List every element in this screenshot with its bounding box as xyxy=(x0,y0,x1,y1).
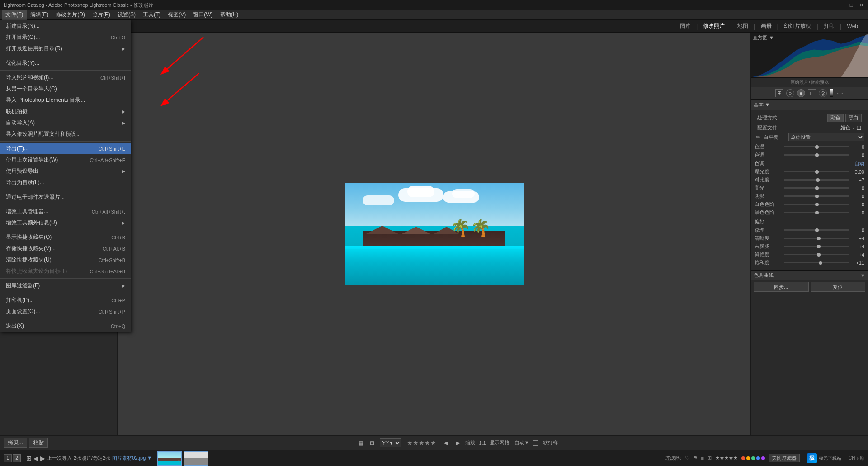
menu-import-photoshop[interactable]: 导入 Photoshop Elements 目录... xyxy=(0,95,131,106)
vibrance-track[interactable] xyxy=(784,246,849,247)
menu-edit[interactable]: 编辑(E) xyxy=(27,10,52,20)
menu-save-quick[interactable]: 存储快捷收藏夹(V)... Ctrl+Alt+B xyxy=(0,243,131,254)
view-compare-icon[interactable]: ⊟ xyxy=(368,439,376,447)
tool-redeye[interactable]: ● xyxy=(797,89,805,97)
color-temp-track[interactable] xyxy=(784,146,849,147)
reset-button[interactable]: 复位 xyxy=(811,282,866,292)
menu-develop[interactable]: 修改照片(D) xyxy=(52,10,89,20)
menu-export-catalog[interactable]: 导出为目录(L)... xyxy=(0,177,131,188)
menu-exit[interactable]: 退出(X) Ctrl+Q xyxy=(0,320,131,332)
tool-more[interactable]: ⋯ xyxy=(836,89,844,97)
menu-page-setup[interactable]: 页面设置(G)... Ctrl+Shift+P xyxy=(0,306,131,317)
film-thumb-2[interactable]: 2 xyxy=(184,451,208,466)
menu-open-recent[interactable]: 打开最近使用的目录(R) ▶ xyxy=(0,43,131,54)
menu-show-quick[interactable]: 显示快捷收藏夹(Q) Ctrl+B xyxy=(0,232,131,243)
menu-import[interactable]: 导入照片和视频(I)... Ctrl+Shift+I xyxy=(0,72,131,83)
nav-develop[interactable]: 修改照片 xyxy=(698,21,729,31)
vibrance-thumb[interactable] xyxy=(817,245,821,248)
clarity-track[interactable] xyxy=(784,229,849,231)
color-tone-thumb[interactable] xyxy=(819,261,822,265)
menu-view[interactable]: 视图(V) xyxy=(164,10,189,20)
close-filter-button[interactable]: 关闭过滤器 xyxy=(769,454,800,462)
auto-label[interactable]: 自动▼ xyxy=(514,439,529,446)
view-grid-icon[interactable]: ▦ xyxy=(356,439,364,447)
paste-button[interactable]: 粘贴 xyxy=(29,438,48,448)
nav-web[interactable]: Web xyxy=(843,22,863,30)
tool-radial[interactable]: ◎ xyxy=(819,89,827,97)
treat-color[interactable]: 彩色 xyxy=(827,114,844,122)
filter-green-dot[interactable] xyxy=(751,456,755,460)
nav-slideshow[interactable]: 幻灯片放映 xyxy=(779,21,816,31)
blacks-track[interactable] xyxy=(784,212,849,213)
filter-flag-icon[interactable]: ⚑ xyxy=(693,455,698,461)
filter-purple-dot[interactable] xyxy=(761,456,765,460)
tool-spot[interactable]: ○ xyxy=(786,89,794,97)
filmstrip-filename[interactable]: 图片素材02.jpg ▼ xyxy=(112,455,152,461)
copy-button[interactable]: 拷贝... xyxy=(4,438,27,448)
tone-auto-btn[interactable]: 自动 xyxy=(854,160,864,167)
menu-email[interactable]: 通过电子邮件发送照片... xyxy=(0,191,131,203)
filmstrip-prev-icon[interactable]: ◀ xyxy=(33,455,38,462)
sort-select[interactable]: YY▼ xyxy=(380,438,401,447)
filter-grid-icon2[interactable]: ⊞ xyxy=(708,455,712,461)
menu-tether[interactable]: 联机拍摄 ▶ xyxy=(0,106,131,117)
menu-auto-import[interactable]: 自动导入(A) ▶ xyxy=(0,117,131,128)
highlights-thumb[interactable] xyxy=(815,186,819,190)
menu-export[interactable]: 导出(E)... Ctrl+Shift+E xyxy=(0,143,131,154)
color-temp-thumb[interactable] xyxy=(815,145,819,149)
menu-import-develop[interactable]: 导入修改照片配置文件和预设... xyxy=(0,128,131,140)
color-tone-track[interactable] xyxy=(784,262,849,263)
menu-clear-quick[interactable]: 清除快捷收藏夹(U) Ctrl+Shift+B xyxy=(0,254,131,266)
menu-export-last[interactable]: 使用上次设置导出(W) Ctrl+Alt+Shift+E xyxy=(0,154,131,166)
saturation-thumb[interactable] xyxy=(817,253,821,257)
soft-proof-checkbox[interactable] xyxy=(533,440,538,446)
wb-select[interactable]: 原始设置 自动 日光 阴天 xyxy=(788,133,864,141)
shadows-thumb[interactable] xyxy=(815,195,819,198)
menu-import-another[interactable]: 从另一个目录导入(C)... xyxy=(0,83,131,95)
close-button[interactable]: ✕ xyxy=(858,2,864,8)
sync-button[interactable]: 同步... xyxy=(754,282,809,292)
filter-blue-dot[interactable] xyxy=(756,456,760,460)
menu-optimize[interactable]: 优化目录(Y)... xyxy=(0,57,131,69)
tool-crop[interactable]: ⊞ xyxy=(775,89,783,97)
highlights-track[interactable] xyxy=(784,187,849,189)
filter-yellow-dot[interactable] xyxy=(746,456,750,460)
whites-track[interactable] xyxy=(784,204,849,205)
menu-settings[interactable]: 设置(S) xyxy=(114,10,139,20)
dehaze-thumb[interactable] xyxy=(817,237,821,240)
whites-thumb[interactable] xyxy=(815,203,819,206)
tint-thumb[interactable] xyxy=(815,153,819,157)
blacks-thumb[interactable] xyxy=(815,211,819,214)
nav-print[interactable]: 打印 xyxy=(819,21,839,31)
exposure-track[interactable] xyxy=(784,171,849,172)
exposure-thumb[interactable] xyxy=(815,170,819,174)
filmstrip-grid-icon[interactable]: ⊞ xyxy=(26,455,32,462)
contrast-thumb[interactable] xyxy=(816,178,820,182)
minimize-button[interactable]: ─ xyxy=(838,2,844,8)
menu-new-catalog[interactable]: 新建目录(N)... xyxy=(0,20,131,32)
menu-photo[interactable]: 照片(P) xyxy=(89,10,114,20)
filter-list-icon[interactable]: ≡ xyxy=(701,456,704,461)
nav-book[interactable]: 画册 xyxy=(756,21,776,31)
basic-section-header[interactable]: 基本 ▼ xyxy=(751,100,868,110)
filmstrip-page-2[interactable]: 2 xyxy=(13,454,21,462)
menu-file[interactable]: 文件(F) xyxy=(2,10,27,20)
treat-bw[interactable]: 黑白 xyxy=(845,114,862,122)
tint-track[interactable] xyxy=(784,154,849,156)
menu-tools[interactable]: 工具(T) xyxy=(139,10,164,20)
menu-open-catalog[interactable]: 打开目录(O)... Ctrl+O xyxy=(0,32,131,43)
menu-help[interactable]: 帮助(H) xyxy=(217,10,242,20)
filter-heart-icon[interactable]: ♡ xyxy=(685,455,689,461)
menu-plugin-manager[interactable]: 增效工具管理器... Ctrl+Alt+Shift+, xyxy=(0,206,131,217)
filmstrip-page-1[interactable]: 1 xyxy=(4,454,12,462)
menu-print[interactable]: 打印机(P)... Ctrl+P xyxy=(0,295,131,306)
saturation-track[interactable] xyxy=(784,254,849,255)
next-photo-button[interactable]: ▶ xyxy=(453,439,462,447)
nav-library[interactable]: 图库 xyxy=(675,21,695,31)
tone-curve-header[interactable]: 色调曲线 ▼ xyxy=(751,270,868,280)
wb-eyedropper[interactable]: ✏ xyxy=(755,133,762,141)
nav-map[interactable]: 地图 xyxy=(733,21,753,31)
filmstrip-next-icon[interactable]: ▶ xyxy=(40,455,45,462)
menu-window[interactable]: 窗口(W) xyxy=(189,10,216,20)
menu-export-preset[interactable]: 使用预设导出 ▶ xyxy=(0,166,131,177)
